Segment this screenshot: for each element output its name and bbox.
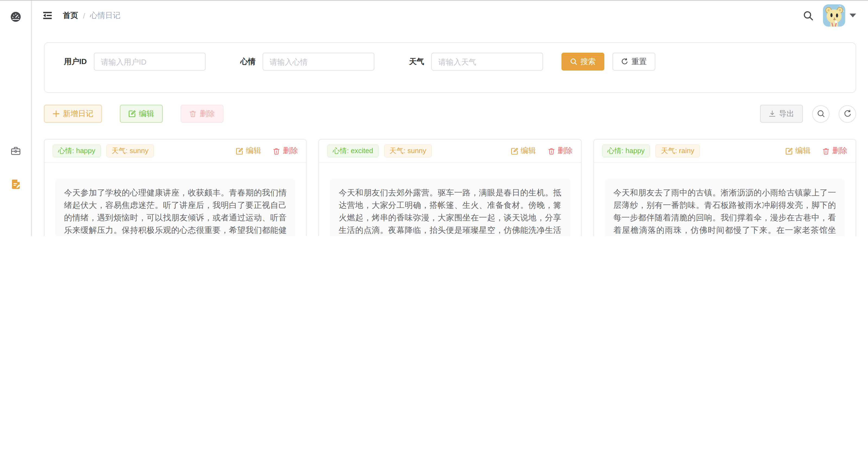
diary-card: 心情: happy 天气: sunny 编辑 删除: [44, 139, 307, 236]
sidebar: [0, 1, 32, 236]
card-actions: 编辑 删除: [511, 146, 572, 156]
mood-input[interactable]: [262, 53, 374, 70]
filter-user-id: 用户ID: [64, 53, 206, 70]
reset-button-label: 重置: [631, 57, 647, 66]
breadcrumb-current: 心情日记: [90, 10, 120, 20]
edit-icon: [236, 147, 243, 154]
breadcrumb-separator: /: [83, 11, 85, 20]
card-edit-link[interactable]: 编辑: [785, 146, 810, 156]
card-header: 心情: happy 天气: rainy 编辑 删除: [594, 140, 856, 163]
trash-icon: [823, 147, 830, 154]
reset-button[interactable]: 重置: [613, 53, 655, 70]
dashboard-gauge-icon[interactable]: [9, 11, 22, 23]
diary-content: 今天参加了学校的心理健康讲座，收获颇丰。青春期的我们情绪起伏大，容易焦虑迷茫。听…: [55, 179, 296, 236]
card-delete-link[interactable]: 删除: [823, 146, 847, 156]
card-delete-label: 删除: [832, 146, 847, 156]
search-icon: [570, 58, 577, 65]
refresh-icon: [621, 58, 628, 65]
mood-tag: 心情: happy: [602, 144, 650, 157]
export-button-label: 导出: [779, 109, 794, 119]
topbar-right: [802, 4, 856, 27]
trash-icon: [548, 147, 555, 154]
weather-tag: 天气: sunny: [106, 144, 154, 157]
edit-icon: [511, 147, 518, 154]
breadcrumb-home[interactable]: 首页: [63, 10, 78, 20]
weather-label: 天气: [409, 57, 424, 66]
caret-down-icon: [849, 13, 856, 18]
mood-tag: 心情: happy: [53, 144, 101, 157]
diary-text: 今天参加了学校的心理健康讲座，收获颇丰。青春期的我们情绪起伏大，容易焦虑迷茫。听…: [64, 188, 287, 236]
avatar[interactable]: [823, 4, 845, 27]
card-body: 今天参加了学校的心理健康讲座，收获颇丰。青春期的我们情绪起伏大，容易焦虑迷茫。听…: [44, 163, 306, 236]
breadcrumb: 首页 / 心情日记: [63, 10, 120, 20]
card-header: 心情: happy 天气: sunny 编辑 删除: [44, 140, 306, 163]
toolbar-right: 导出: [760, 105, 856, 123]
mood-label: 心情: [240, 57, 255, 66]
filter-panel: 用户ID 心情 天气 搜索: [44, 42, 856, 93]
filter-actions: 搜索 重置: [561, 53, 655, 70]
main-content: 用户ID 心情 天气 搜索: [32, 30, 868, 236]
edit-icon: [129, 110, 135, 117]
card-edit-label: 编辑: [521, 146, 536, 156]
card-body: 今天和朋友去了雨中的古镇。淅淅沥沥的小雨给古镇蒙上了一层薄纱，别有一番韵味。青石…: [594, 163, 856, 236]
edit-button-label: 编辑: [139, 109, 154, 119]
mood-tag: 心情: excited: [328, 144, 379, 157]
search-circle-button[interactable]: [812, 105, 830, 122]
header-search-icon[interactable]: [802, 9, 814, 22]
filter-weather: 天气: [409, 53, 543, 70]
edit-button[interactable]: 编辑: [120, 105, 163, 123]
sidebar-fold-icon[interactable]: [42, 10, 53, 21]
user-id-label: 用户ID: [64, 57, 87, 66]
page: 首页 / 心情日记: [32, 1, 868, 236]
diary-text: 今天和朋友去了雨中的古镇。淅淅沥沥的小雨给古镇蒙上了一层薄纱，别有一番韵味。青石…: [613, 188, 836, 236]
refresh-circle-button[interactable]: [839, 105, 856, 122]
card-delete-label: 删除: [283, 146, 298, 156]
trash-icon: [273, 147, 280, 154]
card-delete-link[interactable]: 删除: [273, 146, 298, 156]
search-button-label: 搜索: [581, 57, 596, 66]
delete-button[interactable]: 删除: [181, 105, 223, 123]
diary-content: 今天和朋友去了雨中的古镇。淅淅沥沥的小雨给古镇蒙上了一层薄纱，别有一番韵味。青石…: [604, 179, 845, 236]
download-icon: [769, 110, 776, 117]
trash-icon: [189, 110, 196, 117]
diary-card-list: 心情: happy 天气: sunny 编辑 删除: [44, 139, 856, 236]
plus-icon: [53, 110, 60, 117]
card-delete-link[interactable]: 删除: [548, 146, 572, 156]
user-id-input[interactable]: [94, 53, 206, 70]
toolbar-left: 新增日记 编辑 删除: [44, 105, 223, 123]
weather-tag: 天气: sunny: [384, 144, 432, 157]
edit-icon: [785, 147, 793, 154]
card-edit-link[interactable]: 编辑: [511, 146, 536, 156]
topbar: 首页 / 心情日记: [32, 1, 868, 30]
refresh-icon: [843, 110, 851, 118]
export-button[interactable]: 导出: [760, 105, 803, 123]
add-diary-button[interactable]: 新增日记: [44, 105, 102, 123]
diary-text: 今天和朋友们去郊外露营。驱车一路，满眼是春日的生机。抵达营地，大家分工明确，搭帐…: [339, 188, 561, 236]
card-body: 今天和朋友们去郊外露营。驱车一路，满眼是春日的生机。抵达营地，大家分工明确，搭帐…: [319, 163, 581, 236]
card-header: 心情: excited 天气: sunny 编辑 删: [319, 140, 581, 163]
card-delete-label: 删除: [557, 146, 572, 156]
add-diary-label: 新增日记: [63, 109, 93, 119]
delete-button-label: 删除: [199, 109, 215, 119]
search-icon: [817, 110, 825, 118]
weather-tag: 天气: rainy: [656, 144, 700, 157]
filter-mood: 心情: [240, 53, 374, 70]
weather-input[interactable]: [431, 53, 543, 70]
user-menu[interactable]: [823, 4, 856, 27]
app-root: 首页 / 心情日记: [0, 0, 868, 236]
card-edit-link[interactable]: 编辑: [236, 146, 261, 156]
diary-icon[interactable]: [9, 178, 22, 190]
card-actions: 编辑 删除: [785, 146, 847, 156]
diary-card: 心情: excited 天气: sunny 编辑 删: [319, 139, 582, 236]
diary-card: 心情: happy 天气: rainy 编辑 删除: [593, 139, 856, 236]
card-actions: 编辑 删除: [236, 146, 298, 156]
card-edit-label: 编辑: [246, 146, 261, 156]
search-button[interactable]: 搜索: [561, 53, 604, 70]
card-edit-label: 编辑: [795, 146, 810, 156]
toolbar: 新增日记 编辑 删除: [44, 105, 856, 123]
diary-content: 今天和朋友们去郊外露营。驱车一路，满眼是春日的生机。抵达营地，大家分工明确，搭帐…: [330, 179, 570, 236]
briefcase-icon[interactable]: [9, 145, 22, 157]
